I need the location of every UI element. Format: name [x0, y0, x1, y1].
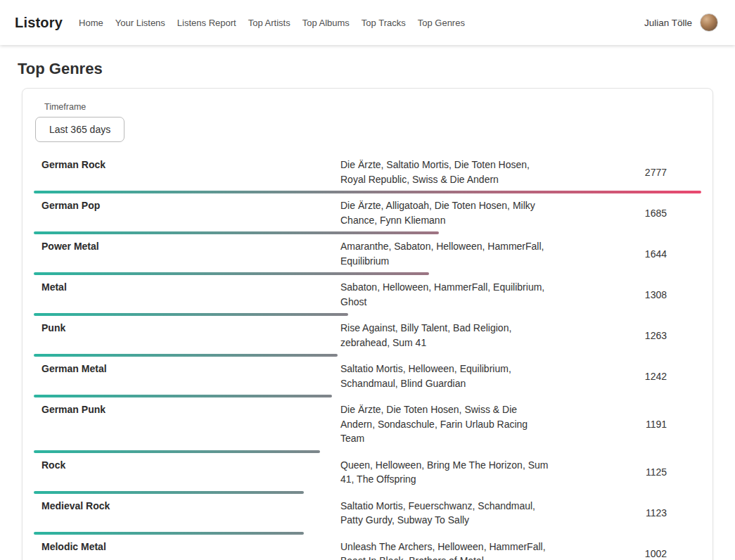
timeframe-select[interactable]: Last 365 days — [35, 117, 124, 142]
genre-count: 1308 — [645, 289, 701, 300]
genre-artists: Rise Against, Billy Talent, Bad Religion… — [340, 321, 551, 350]
page-title: Top Genres — [18, 60, 735, 78]
genre-artists: Amaranthe, Sabaton, Helloween, HammerFal… — [340, 239, 551, 268]
timeframe-label: Timeframe — [44, 102, 701, 112]
brand-logo[interactable]: Listory — [15, 15, 63, 31]
genre-bar-fill — [34, 395, 332, 397]
genre-bar — [34, 191, 701, 193]
genre-count: 1125 — [646, 466, 701, 478]
genre-count: 1002 — [645, 548, 701, 559]
genre-bar-fill — [34, 191, 701, 193]
timeframe-selected-value: Last 365 days — [49, 124, 110, 135]
genre-name: German Pop — [34, 198, 340, 212]
genre-bar — [34, 231, 701, 234]
genre-count: 1644 — [645, 248, 701, 260]
genre-count: 1123 — [646, 507, 701, 518]
genre-bar — [34, 272, 701, 275]
table-row: Melodic Metal Unleash The Archers, Hello… — [34, 535, 701, 560]
genre-count: 1191 — [646, 419, 701, 430]
genre-bar — [34, 532, 701, 535]
genre-bar-fill — [34, 313, 348, 316]
table-row: German Rock Die Ärzte, Saltatio Mortis, … — [34, 153, 701, 193]
top-genres-card: Timeframe Last 365 days German Rock Die … — [22, 88, 713, 560]
genre-bar — [34, 450, 701, 453]
table-row: German Pop Die Ärzte, Alligatoah, Die To… — [34, 193, 701, 234]
genre-name: German Rock — [34, 158, 340, 172]
table-row: Punk Rise Against, Billy Talent, Bad Rel… — [34, 316, 701, 357]
user-name: Julian Tölle — [644, 18, 692, 28]
genre-count: 1263 — [645, 330, 701, 341]
table-row: Metal Sabaton, Helloween, HammerFall, Eq… — [34, 275, 701, 316]
genre-artists: Die Ärzte, Alligatoah, Die Toten Hosen, … — [340, 198, 551, 227]
genre-count: 1685 — [645, 208, 701, 219]
genre-name: Rock — [34, 458, 340, 472]
table-row: German Metal Saltatio Mortis, Helloween,… — [34, 357, 701, 397]
genre-artists: Queen, Helloween, Bring Me The Horizon, … — [340, 458, 551, 487]
genre-artists: Die Ärzte, Saltatio Mortis, Die Toten Ho… — [340, 158, 551, 186]
genre-name: Power Metal — [34, 239, 340, 253]
genre-bar-gradient — [34, 231, 439, 234]
genre-name: Metal — [34, 280, 340, 294]
genre-bar — [34, 491, 701, 494]
genre-bar-gradient — [34, 313, 348, 316]
nav-item-top-albums[interactable]: Top Albums — [302, 18, 350, 28]
nav-item-top-tracks[interactable]: Top Tracks — [362, 18, 406, 28]
genre-bar — [34, 313, 701, 316]
genre-name: German Punk — [34, 402, 340, 416]
genre-bar-gradient — [34, 272, 429, 275]
nav-item-top-genres[interactable]: Top Genres — [418, 18, 465, 28]
genre-bar-gradient — [34, 491, 304, 494]
genre-bar-fill — [34, 354, 338, 357]
genre-artists: Die Ärzte, Die Toten Hosen, Swiss & Die … — [340, 402, 551, 446]
genre-bar-fill — [34, 231, 439, 234]
genre-bar-gradient — [34, 191, 701, 193]
nav-item-top-artists[interactable]: Top Artists — [248, 18, 290, 28]
user-menu[interactable]: Julian Tölle — [644, 13, 718, 32]
genre-bar-fill — [34, 491, 304, 494]
table-row: Power Metal Amaranthe, Sabaton, Hellowee… — [34, 234, 701, 275]
nav-item-listens-report[interactable]: Listens Report — [177, 18, 236, 28]
genre-name: Punk — [34, 321, 340, 335]
genre-bar — [34, 395, 701, 397]
genre-bar-gradient — [34, 395, 332, 397]
genre-artists: Sabaton, Helloween, HammerFall, Equilibr… — [340, 280, 551, 309]
nav-item-your-listens[interactable]: Your Listens — [115, 18, 165, 28]
table-row: German Punk Die Ärzte, Die Toten Hosen, … — [34, 397, 701, 453]
genre-artists: Unleash The Archers, Helloween, HammerFa… — [340, 540, 551, 560]
genre-bar-fill — [34, 532, 304, 535]
genre-bar-fill — [34, 450, 320, 453]
genre-artists: Saltatio Mortis, Helloween, Equilibrium,… — [340, 362, 551, 390]
genre-artists: Saltatio Mortis, Feuerschwanz, Schandmau… — [340, 499, 551, 528]
nav-item-home[interactable]: Home — [79, 18, 103, 28]
table-row: Medieval Rock Saltatio Mortis, Feuerschw… — [34, 494, 701, 535]
genre-bar-gradient — [34, 450, 320, 453]
genre-name: Melodic Metal — [34, 540, 340, 554]
avatar[interactable] — [700, 13, 718, 32]
genre-bar-gradient — [34, 354, 338, 357]
genre-count: 2777 — [645, 167, 701, 178]
nav-links: HomeYour ListensListens ReportTop Artist… — [79, 18, 644, 28]
genre-table: German Rock Die Ärzte, Saltatio Mortis, … — [34, 153, 701, 560]
top-navbar: Listory HomeYour ListensListens ReportTo… — [0, 0, 735, 45]
genre-bar-fill — [34, 272, 429, 275]
genre-bar-gradient — [34, 532, 304, 535]
genre-bar — [34, 354, 701, 357]
genre-count: 1242 — [645, 371, 701, 382]
table-row: Rock Queen, Helloween, Bring Me The Hori… — [34, 453, 701, 494]
genre-name: German Metal — [34, 362, 340, 376]
genre-name: Medieval Rock — [34, 499, 340, 513]
